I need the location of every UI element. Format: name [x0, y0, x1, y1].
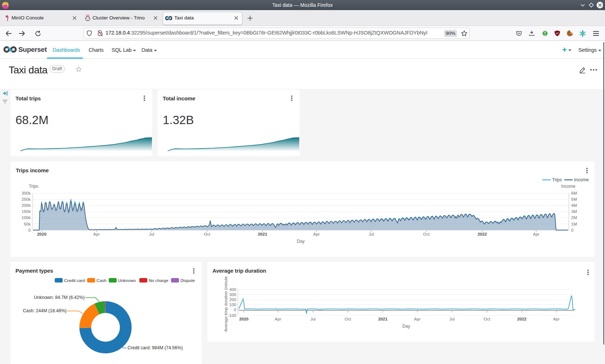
svg-text:300: 300: [229, 292, 236, 297]
svg-text:Income: Income: [561, 184, 575, 189]
svg-text:Apr: Apr: [275, 317, 281, 321]
svg-text:Credit card: 984M (74.56%): Credit card: 984M (74.56%): [127, 345, 183, 350]
svg-text:100: 100: [229, 302, 236, 307]
svg-text:2022: 2022: [478, 232, 487, 236]
svg-text:4M: 4M: [571, 203, 577, 208]
svg-text:2022: 2022: [517, 317, 526, 321]
svg-text:Oct: Oct: [484, 317, 490, 321]
svg-text:50k: 50k: [24, 222, 31, 226]
svg-text:2020: 2020: [37, 232, 46, 236]
svg-text:250k: 250k: [22, 197, 31, 201]
svg-text:400: 400: [229, 287, 236, 292]
svg-text:0: 0: [28, 228, 31, 232]
svg-text:5M: 5M: [571, 197, 577, 201]
svg-text:6M: 6M: [571, 191, 577, 195]
svg-text:-100: -100: [228, 313, 236, 318]
svg-text:Apr: Apr: [313, 232, 320, 236]
svg-text:Jul: Jul: [369, 232, 374, 236]
svg-text:Dispute: Dispute: [180, 278, 195, 283]
svg-text:0: 0: [571, 228, 573, 232]
svg-text:100k: 100k: [22, 215, 31, 220]
svg-text:Jul: Jul: [310, 317, 316, 321]
svg-text:Oct: Oct: [204, 232, 211, 236]
svg-text:Jul: Jul: [149, 232, 154, 236]
svg-text:2021: 2021: [258, 232, 267, 236]
svg-text:200: 200: [229, 297, 236, 302]
svg-text:Day: Day: [297, 239, 304, 244]
svg-text:Apr: Apr: [533, 232, 539, 236]
svg-text:Oct: Oct: [345, 317, 351, 321]
svg-text:Apr: Apr: [93, 232, 100, 236]
svg-text:Income: Income: [574, 177, 589, 182]
svg-text:Apr: Apr: [553, 317, 560, 321]
svg-text:Average trinp duration (minute: Average trinp duration (minute: [224, 276, 228, 332]
svg-text:2020: 2020: [239, 317, 248, 321]
svg-text:150k: 150k: [22, 209, 31, 214]
svg-text:3M: 3M: [571, 209, 577, 214]
svg-text:Cash: Cash: [97, 278, 107, 283]
svg-text:Jul: Jul: [449, 317, 455, 321]
svg-text:200k: 200k: [22, 203, 31, 208]
svg-text:Day: Day: [402, 324, 410, 329]
svg-text:0: 0: [234, 308, 236, 312]
svg-text:No charge: No charge: [149, 278, 169, 283]
svg-text:Oct: Oct: [423, 232, 430, 236]
svg-text:Unknown: 84.7M (6.42%): Unknown: 84.7M (6.42%): [34, 295, 85, 300]
svg-text:Credit card: Credit card: [64, 278, 85, 283]
svg-text:Apr: Apr: [414, 317, 421, 321]
svg-text:1M: 1M: [571, 222, 577, 226]
svg-text:Trips: Trips: [552, 177, 562, 182]
svg-text:2021: 2021: [378, 317, 387, 321]
svg-text:Trips: Trips: [29, 184, 38, 189]
svg-text:2M: 2M: [571, 215, 577, 220]
svg-text:300k: 300k: [22, 191, 31, 195]
svg-text:Cash: 244M (18.48%): Cash: 244M (18.48%): [23, 308, 67, 313]
svg-text:Unknown: Unknown: [118, 278, 136, 283]
